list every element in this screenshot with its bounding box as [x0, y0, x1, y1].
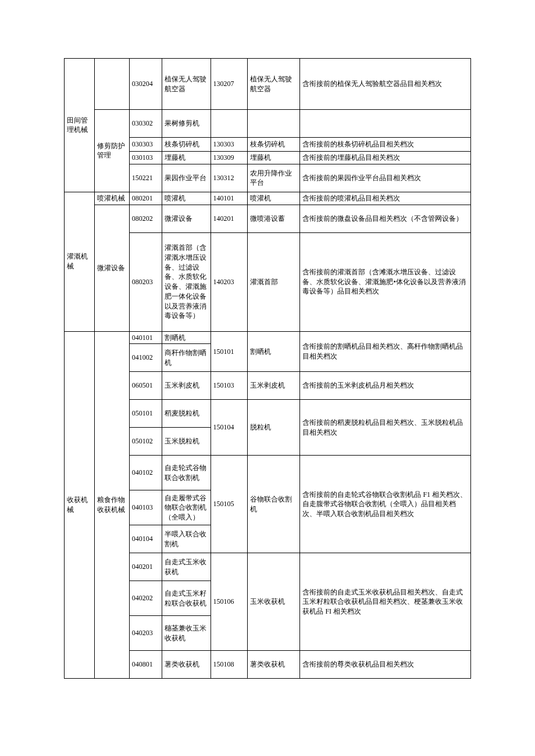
cell-code: 041002: [129, 344, 162, 372]
cell-code: 040203: [129, 616, 162, 651]
cell-name2: [247, 110, 300, 138]
cell-name2: 植保无人驾驶航空器: [247, 59, 300, 110]
cell-name: 自走履带式谷物联合收割机（全喂入）: [162, 490, 211, 525]
cell-name: 喷灌机: [162, 192, 211, 205]
cell-name: 商秆作物割晒机: [162, 344, 211, 372]
cell-name: 玉米脱粒机: [162, 428, 211, 456]
cell-remark: 含衔接前的枝条切碎机品目相关档次: [300, 138, 471, 152]
cell-code2: 130303: [211, 138, 247, 152]
cell-code: 080202: [129, 205, 162, 232]
cell-name2: 割晒机: [247, 331, 300, 372]
cell-name2: 农用升降作业平台: [247, 164, 300, 192]
cell-code: 040202: [129, 581, 162, 616]
cell-remark: 含衔接前的喷灌机品目相关档次: [300, 192, 471, 205]
cell-code2: 130309: [211, 152, 247, 164]
cell-name: 稻麦脱粒机: [162, 400, 211, 428]
cell-name: 果园作业平台: [162, 164, 211, 192]
cell-name: 割晒机: [162, 331, 211, 344]
cell-name2: 埋藤机: [247, 152, 300, 164]
cell-code2: 150105: [211, 456, 247, 553]
cell-name: 自走式玉米籽粒联合收获机: [162, 581, 211, 616]
document-table: 田间管理机械 030204 植保无人驾驶航空器 130207 植保无人驾驶航空器…: [64, 58, 471, 679]
cell-code: 040102: [129, 456, 162, 490]
cell-group1: 田间管理机械: [65, 59, 95, 192]
cell-remark: 含衔接前的植保无人驾验航空器品目相关档次: [300, 59, 471, 110]
cell-code2: 150106: [211, 553, 247, 651]
cell-code2: 140101: [211, 192, 247, 205]
cell-code: 060501: [129, 372, 162, 400]
cell-code: 150221: [129, 164, 162, 192]
cell-code: 040801: [129, 651, 162, 679]
cell-subgroup-micro: 微灌设备: [95, 205, 129, 331]
cell-code: 040201: [129, 553, 162, 581]
cell-name: 埋藤机: [162, 152, 211, 164]
cell-name2: 喷灌机: [247, 192, 300, 205]
cell-name: 微灌设备: [162, 205, 211, 232]
cell-code: 030302: [129, 110, 162, 138]
cell-code: 030204: [129, 59, 162, 110]
cell-remark: 含衔接前的稻麦脱粒机品目相关档次、玉米脱粒机品目相关档次: [300, 400, 471, 456]
cell-name: 果树修剪机: [162, 110, 211, 138]
cell-remark: [300, 110, 471, 138]
cell-name: 玉米剥皮机: [162, 372, 211, 400]
cell-code: 080201: [129, 192, 162, 205]
cell-code: 080203: [129, 232, 162, 331]
cell-code2: 130312: [211, 164, 247, 192]
cell-blank: [95, 59, 129, 110]
cell-remark: 含衔接前的自走式玉米收获机品目相关档次、自走式玉米籽粒联合收获机品目相关档次、梗…: [300, 553, 471, 651]
cell-code: 040104: [129, 525, 162, 553]
cell-name: 穗茎兼收玉米收获机: [162, 616, 211, 651]
cell-code2: 150104: [211, 400, 247, 456]
cell-subgroup-grain: 粮食作物收获机械: [95, 331, 129, 679]
cell-code2: [211, 110, 247, 138]
cell-code: 040101: [129, 331, 162, 344]
cell-name2: 薯类收获机: [247, 651, 300, 679]
cell-name: 枝条切碎机: [162, 138, 211, 152]
cell-code: 050101: [129, 400, 162, 428]
cell-name2: 玉米收获机: [247, 553, 300, 651]
cell-code2: 150101: [211, 331, 247, 372]
cell-code2: 150103: [211, 372, 247, 400]
cell-name2: 谷物联合收割机: [247, 456, 300, 553]
cell-remark: 含衔接前的埋藤机品目相关档次: [300, 152, 471, 164]
cell-name2: 灌溉首部: [247, 232, 300, 331]
cell-remark: 含衔接前的尊类收获机品目相关档次: [300, 651, 471, 679]
cell-code: 050102: [129, 428, 162, 456]
cell-remark: 含衔接前的玉米剥皮机品月相关档次: [300, 372, 471, 400]
cell-name2: 微喷港设蓄: [247, 205, 300, 232]
cell-subgroup-spray: 喷灌机械: [95, 192, 129, 205]
cell-group2: 灌溉机械: [65, 192, 95, 331]
cell-code: 040103: [129, 490, 162, 525]
cell-group3: 收获机械: [65, 331, 95, 679]
cell-code2: 140203: [211, 232, 247, 331]
cell-code: 030103: [129, 152, 162, 164]
cell-remark: 含衔接前的自走轮式谷物联合收割机品 F1 相关档次、自走腹带式谷物联合收割机（全…: [300, 456, 471, 553]
cell-code: 030303: [129, 138, 162, 152]
cell-remark: 含衔接前的割晒机品目相关档次、高杆作物割晒机品目相关档次: [300, 331, 471, 372]
cell-name: 植保无人驾驶航空器: [162, 59, 211, 110]
cell-name: 自走轮式谷物联合收割机: [162, 456, 211, 490]
cell-name: 自走式玉米收获机: [162, 553, 211, 581]
cell-name2: 脱粒机: [247, 400, 300, 456]
cell-name: 灌溉首部（含灌溉水增压设备、过滤设备、水质软化设备、灌溉施肥一体化设备以及营养液…: [162, 232, 211, 331]
cell-remark: 含衔接前的灌溉首部（含滩溉水增压设备、过滤设备、水质软化设备、灌溉施肥•体化设备…: [300, 232, 471, 331]
cell-code2: 140201: [211, 205, 247, 232]
cell-remark: 含衔接前的果园作业平台品目相关档次: [300, 164, 471, 192]
cell-remark: 含衔接前的微盘设备品目相关档次（不含管网设备）: [300, 205, 471, 232]
cell-name2: 枝条切碎机: [247, 138, 300, 152]
cell-subgroup-trim: 修剪防护管理: [95, 110, 129, 192]
cell-name: 薯类收获机: [162, 651, 211, 679]
cell-name: 半喂入联合收割机: [162, 525, 211, 553]
cell-name2: 玉米剥皮机: [247, 372, 300, 400]
cell-code2: 130207: [211, 59, 247, 110]
cell-code2: 150108: [211, 651, 247, 679]
